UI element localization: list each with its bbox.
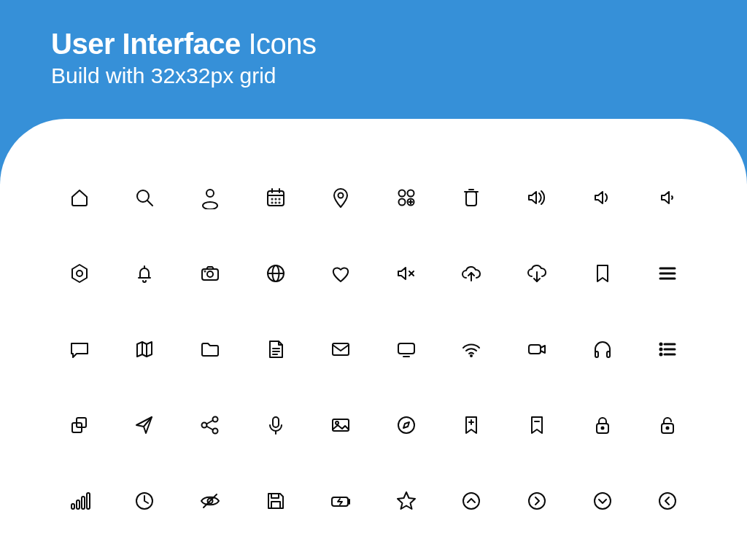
svg-point-88 — [529, 493, 545, 509]
svg-point-16 — [398, 199, 405, 206]
circle-chevron-down-icon — [588, 486, 617, 516]
svg-line-1 — [147, 201, 152, 206]
bookmark-icon — [588, 259, 617, 288]
clock-icon — [130, 486, 159, 516]
icon-panel — [0, 119, 747, 560]
monitor-icon — [392, 335, 421, 364]
svg-point-12 — [279, 203, 279, 203]
compass-icon — [392, 411, 421, 440]
svg-point-50 — [660, 343, 662, 346]
page-title: User Interface Icons — [51, 28, 696, 61]
list-bullets-icon — [653, 335, 682, 364]
svg-rect-48 — [595, 351, 598, 357]
subtitle: Build with 32x32px grid — [51, 63, 696, 88]
title-bold: User Interface — [51, 28, 241, 60]
microphone-icon — [261, 411, 290, 440]
settings-hex-icon — [65, 259, 94, 288]
copy-icon — [65, 411, 94, 440]
trash-icon — [457, 183, 486, 212]
svg-rect-20 — [466, 192, 476, 206]
svg-rect-49 — [607, 351, 610, 357]
calendar-icon — [261, 183, 290, 212]
svg-rect-83 — [271, 494, 279, 498]
svg-rect-64 — [273, 417, 279, 427]
svg-rect-78 — [82, 497, 85, 509]
signal-bars-icon — [65, 486, 94, 516]
bookmark-remove-icon — [522, 411, 551, 440]
save-icon — [261, 486, 290, 516]
svg-point-59 — [212, 417, 217, 422]
svg-rect-79 — [87, 493, 90, 509]
svg-rect-43 — [333, 343, 349, 355]
svg-point-15 — [407, 190, 414, 197]
icon-grid — [47, 160, 700, 539]
svg-rect-76 — [71, 504, 74, 509]
location-pin-icon — [326, 183, 355, 212]
svg-point-11 — [275, 203, 276, 203]
svg-point-61 — [212, 429, 217, 434]
svg-point-73 — [601, 427, 603, 429]
svg-point-26 — [207, 271, 213, 277]
battery-charging-icon — [326, 486, 355, 516]
volume-medium-icon — [588, 183, 617, 212]
svg-point-87 — [463, 493, 479, 509]
svg-point-8 — [275, 199, 276, 200]
svg-point-27 — [204, 271, 205, 272]
svg-rect-44 — [398, 343, 414, 354]
eye-off-icon — [196, 486, 225, 516]
svg-line-82 — [204, 494, 217, 508]
svg-rect-47 — [529, 345, 541, 354]
header: User Interface Icons Build with 32x32px … — [0, 0, 747, 101]
unlock-icon — [653, 411, 682, 440]
video-camera-icon — [522, 335, 551, 364]
image-icon — [326, 411, 355, 440]
folder-icon — [196, 335, 225, 364]
volume-mute-icon — [392, 259, 421, 288]
chat-icon — [65, 335, 94, 364]
bell-icon — [130, 259, 159, 288]
camera-icon — [196, 259, 225, 288]
heart-icon — [326, 259, 355, 288]
svg-point-60 — [201, 423, 206, 428]
svg-point-90 — [659, 493, 676, 509]
map-icon — [130, 335, 159, 364]
svg-point-68 — [398, 417, 414, 433]
svg-rect-66 — [333, 419, 349, 431]
lock-icon — [588, 411, 617, 440]
cloud-upload-icon — [457, 259, 486, 288]
circle-chevron-up-icon — [457, 486, 486, 516]
circle-chevron-left-icon — [653, 486, 682, 516]
document-icon — [261, 335, 290, 364]
svg-point-7 — [271, 199, 272, 200]
title-light: Icons — [248, 28, 316, 60]
svg-point-52 — [660, 354, 662, 356]
svg-point-67 — [336, 421, 338, 424]
headphones-icon — [588, 335, 617, 364]
apps-add-icon — [392, 183, 421, 212]
svg-rect-84 — [271, 502, 280, 508]
svg-line-62 — [206, 421, 213, 424]
svg-point-9 — [279, 199, 279, 200]
share-icon — [196, 411, 225, 440]
user-icon — [196, 183, 225, 212]
svg-point-10 — [271, 203, 272, 203]
volume-high-icon — [522, 183, 551, 212]
send-icon — [130, 411, 159, 440]
search-icon — [130, 183, 159, 212]
star-icon — [392, 486, 421, 516]
svg-line-63 — [206, 427, 213, 430]
svg-point-46 — [471, 355, 472, 357]
volume-low-icon — [653, 183, 682, 212]
svg-point-89 — [595, 493, 611, 509]
svg-point-2 — [206, 190, 214, 197]
cloud-download-icon — [522, 259, 551, 288]
svg-point-51 — [660, 349, 662, 351]
svg-point-13 — [338, 193, 344, 198]
home-icon — [65, 183, 94, 212]
svg-point-75 — [667, 427, 669, 429]
menu-lines-icon — [653, 259, 682, 288]
wifi-icon — [457, 335, 486, 364]
svg-rect-77 — [77, 500, 80, 509]
circle-chevron-right-icon — [522, 486, 551, 516]
mail-icon — [326, 335, 355, 364]
